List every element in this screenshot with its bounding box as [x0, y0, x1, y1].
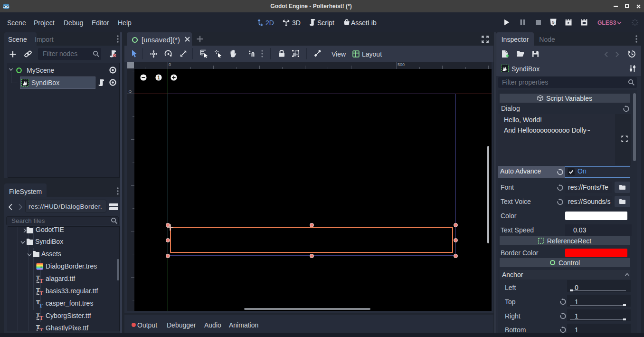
svg-text:1: 1 [157, 75, 160, 80]
svg-text:T: T [39, 327, 43, 331]
svg-text:5: 5 [552, 19, 555, 25]
svg-text:T: T [39, 302, 43, 308]
svg-text:T: T [39, 278, 43, 283]
svg-text:T: T [39, 315, 43, 320]
svg-text:T: T [39, 290, 43, 295]
